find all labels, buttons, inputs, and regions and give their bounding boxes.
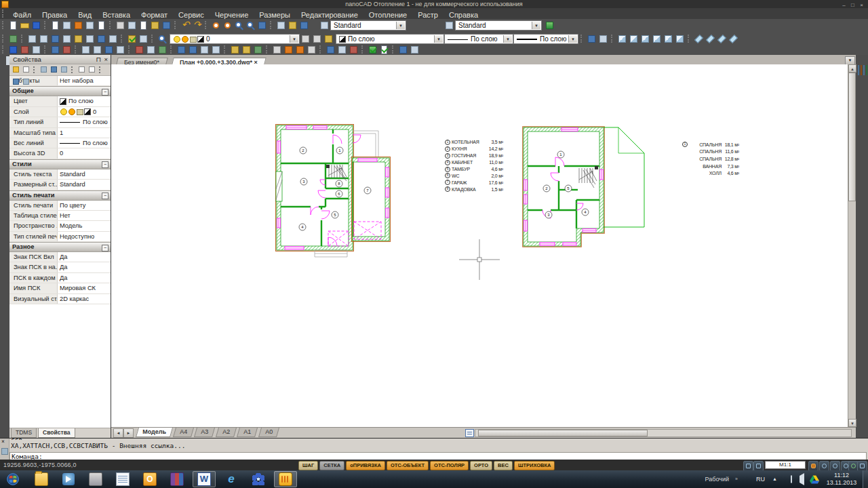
dim-style-combo[interactable]: Standard▼ (455, 20, 542, 30)
property-row[interactable]: Визуальный ст...2D каркас (9, 294, 111, 304)
toggle-grid[interactable]: СЕТКА (319, 461, 344, 470)
publish-icon[interactable] (73, 20, 83, 30)
check-drawing-icon[interactable] (379, 45, 389, 55)
close-button[interactable]: × (857, 2, 866, 8)
draw-order-icon[interactable] (587, 34, 597, 44)
tab-model[interactable]: Модель (136, 428, 173, 437)
iso-nw-icon[interactable] (728, 34, 738, 44)
axes-grid-icon[interactable] (81, 45, 91, 55)
position-icon[interactable] (295, 45, 305, 55)
start-button[interactable] (3, 471, 23, 487)
tab-a0[interactable]: A0 (258, 428, 279, 437)
regen-icon[interactable] (598, 34, 608, 44)
text-style-combo[interactable]: Standard▼ (330, 20, 406, 30)
layer-translate-icon[interactable] (138, 34, 149, 44)
command-options-icon[interactable] (1, 448, 8, 455)
window-icon[interactable] (104, 45, 114, 55)
chevron-down-icon[interactable]: ▼ (396, 22, 405, 29)
desktop-toolbar[interactable]: Рабочий стол (705, 470, 729, 488)
copy-icon[interactable] (127, 20, 137, 30)
layers-dialog-icon[interactable] (8, 34, 18, 44)
property-row[interactable]: Масштаб типа ...1 (9, 128, 111, 138)
property-row[interactable]: Знак ПСК ВклДа (9, 252, 111, 262)
toggle-polar[interactable]: ОТС-ПОЛЯР (430, 461, 469, 470)
monitor-icon[interactable] (12, 77, 20, 86)
collapse-icon[interactable]: − (102, 161, 108, 168)
filter-icon[interactable] (60, 65, 68, 74)
speaker-icon[interactable] (800, 470, 804, 488)
scale-indicator[interactable]: M1:1 (765, 461, 806, 469)
quick-select-icon[interactable] (12, 65, 20, 74)
properties-icon[interactable] (161, 20, 172, 30)
taskbar-winrar[interactable] (165, 471, 189, 487)
property-row[interactable]: Тип линийПо слою (9, 117, 111, 127)
layer-prev-icon[interactable] (85, 34, 95, 44)
wall-icon[interactable] (92, 45, 102, 55)
layer-match-icon[interactable] (96, 34, 106, 44)
zoom-in-icon[interactable] (819, 461, 829, 471)
dim-style-icon[interactable] (444, 20, 454, 30)
beam-icon[interactable] (188, 45, 198, 55)
cut-icon[interactable] (115, 20, 125, 30)
ucs-icon[interactable] (743, 461, 753, 471)
pin-icon[interactable]: ⊓ (96, 55, 101, 64)
layer-isolate-icon[interactable] (157, 34, 167, 44)
fragment-icon[interactable] (326, 45, 336, 55)
mark-icon[interactable] (307, 45, 317, 55)
property-row[interactable]: Слой0 (9, 107, 111, 117)
collapse-icon[interactable]: − (102, 245, 108, 251)
collapse-icon[interactable]: − (102, 192, 108, 199)
drawing-canvas[interactable]: 2 1 3 8 6 5 4 7 (111, 64, 848, 427)
property-row[interactable]: Вес линийПо слою (9, 138, 111, 148)
save-icon[interactable] (31, 20, 41, 30)
tray-expand-icon[interactable]: ▲ (772, 470, 777, 488)
fullscreen-icon[interactable] (857, 461, 867, 471)
chevron-down-icon[interactable]: ▼ (290, 35, 298, 43)
collapse-icon[interactable]: − (102, 89, 108, 96)
spds-help-icon[interactable] (410, 45, 420, 55)
lineweight-combo[interactable]: По слою▼ (513, 34, 578, 44)
linetype-combo[interactable]: По слою▼ (444, 34, 513, 44)
vertical-scroll-thumb[interactable] (848, 73, 856, 201)
view-bottom-icon[interactable] (629, 34, 639, 44)
chevron-down-icon[interactable]: ▼ (434, 35, 443, 43)
view-front-icon[interactable] (663, 34, 673, 44)
view-left-icon[interactable] (640, 34, 650, 44)
property-row[interactable]: Знак ПСК в на...Да (9, 262, 111, 272)
chevron-down-icon[interactable]: ▼ (568, 35, 577, 43)
property-row[interactable]: Тип стилей печ...Недоступно (9, 232, 111, 242)
taskbar-media-player[interactable] (57, 471, 80, 487)
etransmit-icon[interactable] (96, 20, 106, 30)
room-icon[interactable] (146, 45, 156, 55)
toggle-ortho[interactable]: ОРТО (470, 461, 492, 470)
normocontrol-icon[interactable] (368, 45, 378, 55)
taskbar-explorer[interactable] (30, 471, 53, 487)
db-open-icon[interactable] (8, 45, 18, 55)
chevron-down-icon[interactable]: ▼ (532, 22, 540, 29)
tab-a4[interactable]: A4 (173, 428, 194, 437)
taskbar-outlook[interactable]: O (138, 471, 161, 487)
column-i-beam-icon[interactable] (176, 45, 186, 55)
tab-a2[interactable]: A2 (216, 428, 237, 437)
view-back-icon[interactable] (675, 34, 685, 44)
taskbar-notepad[interactable] (111, 471, 134, 487)
tab-a3[interactable]: A3 (194, 428, 215, 437)
property-row[interactable]: Имя ПСКМировая СК (9, 283, 111, 293)
section-general[interactable]: Общие− (9, 86, 111, 96)
open-icon[interactable] (20, 20, 30, 30)
toggle-lineweight[interactable]: ВЕС (494, 461, 513, 470)
layer-thaw-sun-icon[interactable] (182, 36, 189, 43)
section-plot-style[interactable]: Стиль печати− (9, 190, 111, 201)
taskbar-word[interactable]: W (193, 471, 216, 487)
paste-icon[interactable] (138, 20, 149, 30)
taskbar-fax[interactable] (84, 471, 107, 487)
text-style-icon[interactable] (319, 20, 330, 30)
iso-se-icon[interactable] (705, 34, 715, 44)
view-top-icon[interactable] (617, 34, 627, 44)
horizontal-scrollbar[interactable] (475, 429, 852, 437)
select-one-icon[interactable] (22, 65, 31, 74)
network-icon[interactable] (791, 470, 792, 488)
layer-unlock-icon[interactable] (190, 37, 197, 43)
close-icon[interactable]: × (104, 55, 108, 64)
gdrive-icon[interactable] (810, 470, 819, 488)
